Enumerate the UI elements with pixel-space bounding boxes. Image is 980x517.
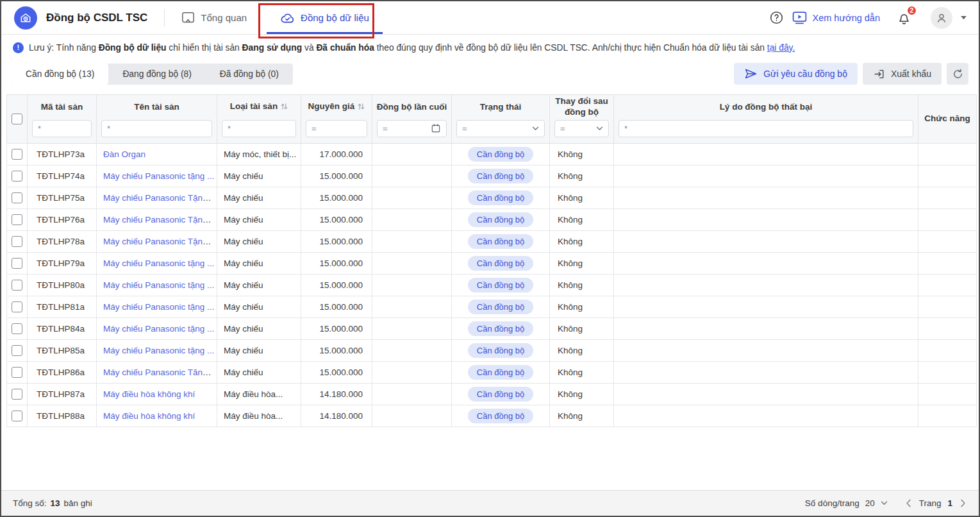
asset-name-link[interactable]: Máy chiếu Panasonic tặng ... [103,171,214,181]
row-checkbox[interactable] [12,258,22,269]
calendar-icon[interactable] [431,123,441,133]
avatar[interactable] [931,7,952,29]
page-label: Trang [919,498,942,508]
asset-name-link[interactable]: Đàn Organ [103,149,145,159]
asset-name-link[interactable]: Máy chiếu Panasonic tặng ... [103,302,214,312]
row-checkbox[interactable] [12,301,22,312]
tab-tong-quan[interactable]: Tổng quan [165,1,263,34]
send-sync-request-button[interactable]: Gửi yêu cầu đồng bộ [734,63,858,85]
row-checkbox-cell [7,187,28,209]
filter-placeholder: = [462,124,467,133]
row-checkbox[interactable] [12,171,22,182]
tab-dong-bo-du-lieu[interactable]: Đồng bộ dữ liệu [263,1,386,34]
status-badge: Cần đồng bộ [468,409,533,424]
row-checkbox[interactable] [12,280,22,291]
row-checkbox[interactable] [12,236,22,247]
filter-placeholder: * [107,124,110,133]
fail-reason-cell [614,275,918,296]
row-checkbox[interactable] [12,345,22,356]
row-checkbox[interactable] [12,411,22,421]
asset-type-cell: Máy chiếu [217,362,301,384]
asset-name-link[interactable]: Máy chiếu Panasonic tặng ... [103,346,214,355]
filter-placeholder: = [311,124,317,133]
row-checkbox[interactable] [12,367,22,378]
row-checkbox[interactable] [12,192,22,203]
asset-name-link[interactable]: Máy chiếu Panasonic tặng ... [103,280,214,290]
table-row: TĐTLHP84a Máy chiếu Panasonic tặng ... M… [7,318,977,340]
last-sync-cell [372,275,452,296]
page-value: 1 [947,498,952,508]
row-checkbox[interactable] [12,214,22,225]
asset-name-link[interactable]: Máy chiếu Panasonic Tăng ... [103,368,217,377]
filter-placeholder: = [560,124,565,133]
send-button-label: Gửi yêu cầu đồng bộ [763,69,847,79]
row-checkbox-cell [7,318,28,340]
segment-da-dong-bo[interactable]: Đã đồng bộ (0) [206,64,293,85]
filter-cell: = [452,120,550,144]
help-button[interactable] [769,10,784,25]
changed-after-sync-cell: Không [550,253,614,275]
asset-name-link[interactable]: Máy điều hòa không khí [103,411,195,421]
sort-icon[interactable] [358,103,365,112]
row-checkbox[interactable] [12,323,22,334]
asset-name-link[interactable]: Máy chiếu Panasonic tặng ... [103,258,214,268]
col-thay-doi-sau-dong-bo: Thay đổi sau đồng bộ [550,95,614,120]
tai-day-link[interactable]: tại đây. [767,43,795,53]
footer-bar: Tổng số: 13 bản ghi Số dòng/trang 20 Tra… [1,490,979,516]
status-badge: Cần đồng bộ [468,191,533,206]
changed-after-sync-cell: Không [550,209,614,231]
segment-dang-dong-bo[interactable]: Đang đồng bộ (8) [108,64,205,85]
table-row: TĐTLHP76a Máy chiếu Panasonic Tặng ... M… [7,209,977,231]
row-checkbox[interactable] [12,389,22,400]
status-badge: Cần đồng bộ [468,212,533,228]
export-button-label: Xuất khẩu [891,69,931,79]
asset-name-link[interactable]: Máy chiếu Panasonic Tặng ... [103,215,217,225]
table-body: TĐTLHP73a Đàn Organ Máy móc, thiết bị...… [7,144,977,427]
filter-thay-doi[interactable]: = [554,120,609,137]
status-cell: Cần đồng bộ [452,318,550,340]
asset-name-cell: Máy chiếu Panasonic tặng ... [97,296,217,318]
asset-type-cell: Máy chiếu [217,253,301,275]
asset-type-cell: Máy điều hòa... [217,384,301,405]
page-title: Đồng bộ CSDL TSC [46,12,147,24]
account-menu-caret[interactable] [960,15,967,20]
filter-trang-thai[interactable]: = [456,120,545,137]
filter-ten-tai-san[interactable]: * [101,120,212,137]
asset-name-cell: Máy chiếu Panasonic tặng ... [97,340,217,362]
asset-name-link[interactable]: Máy chiếu Panasonic tặng ... [103,324,214,334]
status-badge: Cần đồng bộ [468,147,533,162]
asset-name-link[interactable]: Máy chiếu Panasonic Tặng ... [103,193,217,203]
row-checkbox[interactable] [12,149,22,160]
next-page-button[interactable] [959,498,967,509]
last-sync-cell [372,231,452,253]
filter-dong-bo-lan-cuoi[interactable]: = [377,120,447,137]
app-logo[interactable] [14,6,37,30]
asset-code-cell: TĐTLHP75a [28,187,97,209]
filter-loai-tai-san[interactable]: * [222,120,296,137]
asset-type-cell: Máy chiếu [217,187,301,209]
filter-ly-do[interactable]: * [619,120,913,137]
refresh-button[interactable] [947,63,968,85]
segment-can-dong-bo[interactable]: Cần đồng bộ (13) [12,64,108,85]
status-filter-tabs: Cần đồng bộ (13) Đang đồng bộ (8) Đã đồn… [12,64,293,85]
sort-icon[interactable] [281,103,288,112]
guide-link-label: Xem hướng dẫn [813,13,880,23]
filter-cell: = [550,120,614,144]
asset-name-link[interactable]: Máy điều hòa không khí [103,389,195,399]
fail-reason-cell [614,318,918,340]
prev-page-button[interactable] [904,498,913,509]
asset-name-link[interactable]: Máy chiếu Panasonic Tặng ... [103,237,217,246]
filter-ma-tai-san[interactable]: * [32,120,92,137]
export-button[interactable]: Xuất khẩu [863,63,942,85]
video-icon [792,10,808,25]
asset-code-cell: TĐTLHP73a [28,144,97,165]
action-cell [918,209,977,231]
guide-link[interactable]: Xem hướng dẫn [792,10,880,25]
status-badge: Cần đồng bộ [468,278,533,293]
rows-per-page-select[interactable]: Số dòng/trang 20 [805,498,888,508]
notifications-button[interactable]: 2 [897,10,911,26]
filter-nguyen-gia[interactable]: = [306,120,367,137]
filter-placeholder: * [38,124,41,133]
select-all-checkbox[interactable] [12,114,22,124]
status-cell: Cần đồng bộ [452,144,550,165]
